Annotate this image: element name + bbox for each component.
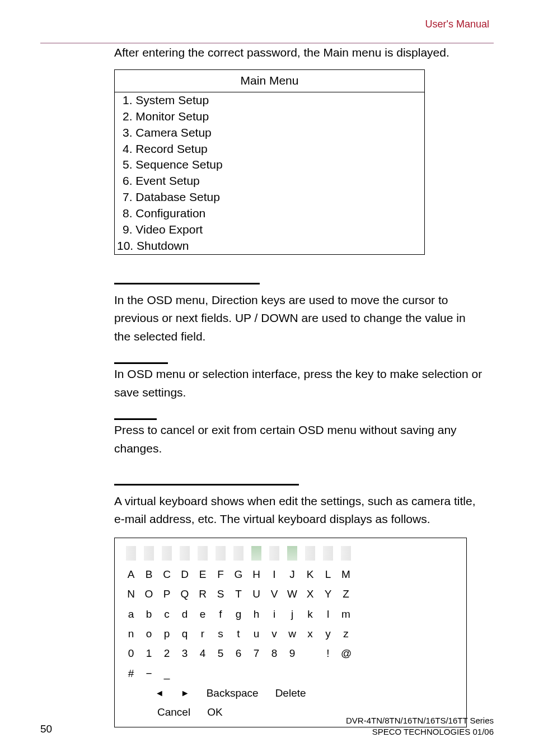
keyboard-key[interactable]: P <box>162 586 172 602</box>
backspace-key[interactable]: Backspace <box>207 685 259 701</box>
keyboard-key[interactable]: z <box>341 626 351 642</box>
keyboard-key[interactable]: R <box>198 586 208 602</box>
keyboard-key[interactable]: F <box>216 566 226 582</box>
keyboard-key[interactable]: T <box>233 586 243 602</box>
delete-key[interactable]: Delete <box>275 685 306 701</box>
keyboard-key[interactable]: 3 <box>180 645 190 661</box>
keyboard-key[interactable]: a <box>126 606 136 622</box>
keyboard-key[interactable]: s <box>216 626 226 642</box>
keyboard-key[interactable]: W <box>287 586 297 602</box>
keyboard-key[interactable]: w <box>287 626 297 642</box>
arrow-left-icon[interactable]: ◄ <box>155 687 164 701</box>
keyboard-key[interactable]: Q <box>180 586 190 602</box>
keyboard-key[interactable]: 6 <box>233 645 243 661</box>
keyboard-key[interactable]: 4 <box>198 645 208 661</box>
keyboard-key[interactable]: Y <box>323 586 333 602</box>
direction-keys-text: In the OSD menu, Direction keys are used… <box>114 291 483 346</box>
keyboard-key[interactable]: y <box>323 626 333 642</box>
keyboard-key[interactable]: − <box>144 665 154 682</box>
keyboard-key[interactable]: @ <box>341 645 351 661</box>
menu-item: 2. Monitor Setup <box>115 109 424 125</box>
keyboard-key[interactable]: K <box>305 566 315 582</box>
keyboard-key[interactable]: e <box>198 606 208 622</box>
menu-item: 9. Video Export <box>115 222 424 238</box>
keyboard-key[interactable]: l <box>323 606 333 622</box>
intro-text: After entering the correct password, the… <box>114 44 483 62</box>
keyboard-key[interactable]: C <box>162 566 172 582</box>
main-menu-box: Main Menu 1. System Setup 2. Monitor Set… <box>114 69 425 254</box>
header-manual-label: User's Manual <box>40 17 494 32</box>
menu-item: 3. Camera Setup <box>115 125 424 141</box>
keyboard-key[interactable]: # <box>126 665 136 682</box>
keyboard-key[interactable]: g <box>233 606 243 622</box>
page-number: 50 <box>40 721 52 737</box>
section-divider <box>114 283 260 284</box>
keyboard-key[interactable]: V <box>269 586 279 602</box>
menu-item: 10. Shutdown <box>115 238 424 254</box>
keyboard-key[interactable]: u <box>251 626 261 642</box>
section-divider <box>114 484 299 486</box>
virtual-keyboard-text: A virtual keyboard shows when edit the s… <box>114 492 483 529</box>
virtual-keyboard-box: ABCDEFGHIJKLMNOPQRSTUVWXYZabcdefghijklmn… <box>114 538 467 728</box>
keyboard-key[interactable]: i <box>269 606 279 622</box>
keyboard-key[interactable]: o <box>144 626 154 642</box>
menu-title: Main Menu <box>115 70 424 92</box>
keyboard-key[interactable]: b <box>144 606 154 622</box>
section-divider <box>114 418 157 420</box>
keyboard-key[interactable]: O <box>144 586 154 602</box>
keyboard-key[interactable]: N <box>126 586 136 602</box>
keyboard-key[interactable]: d <box>180 606 190 622</box>
company-line: SPECO TECHNOLOGIES 01/06 <box>346 726 494 738</box>
keyboard-header-stripe <box>126 546 455 561</box>
keyboard-key[interactable]: j <box>287 606 297 622</box>
keyboard-key[interactable]: A <box>126 566 136 582</box>
keyboard-key[interactable]: k <box>305 606 315 622</box>
menu-item: 4. Record Setup <box>115 141 424 157</box>
cancel-text: Press to cancel or exit from certain OSD… <box>114 421 483 458</box>
keyboard-key[interactable]: U <box>251 586 261 602</box>
keyboard-key[interactable]: H <box>251 566 261 582</box>
keyboard-key[interactable]: D <box>180 566 190 582</box>
keyboard-key[interactable]: 0 <box>126 645 136 661</box>
keyboard-key[interactable]: 5 <box>216 645 226 661</box>
keyboard-key[interactable]: n <box>126 626 136 642</box>
keyboard-key[interactable]: ! <box>323 645 333 661</box>
keyboard-key[interactable]: c <box>162 606 172 622</box>
keyboard-key[interactable]: 9 <box>287 645 297 661</box>
keyboard-key[interactable]: G <box>233 566 243 582</box>
keyboard-key[interactable]: L <box>323 566 333 582</box>
keyboard-key[interactable]: q <box>180 626 190 642</box>
keyboard-key[interactable]: 2 <box>162 645 172 661</box>
keyboard-key[interactable]: r <box>198 626 208 642</box>
menu-item: 7. Database Setup <box>115 189 424 206</box>
keyboard-key[interactable]: x <box>305 626 315 642</box>
keyboard-key[interactable]: t <box>233 626 243 642</box>
keyboard-key[interactable]: J <box>287 566 297 582</box>
keyboard-key[interactable]: m <box>341 606 351 622</box>
page-footer: 50 DVR-4TN/8TN/16TN/16TS/16TT Series SPE… <box>40 715 494 737</box>
section-divider <box>114 362 168 364</box>
menu-item: 1. System Setup <box>115 92 424 108</box>
keyboard-key[interactable]: 8 <box>269 645 279 661</box>
keyboard-key[interactable]: v <box>269 626 279 642</box>
keyboard-key[interactable]: _ <box>162 665 172 682</box>
keyboard-key[interactable]: 7 <box>251 645 261 661</box>
keyboard-key[interactable]: h <box>251 606 261 622</box>
keyboard-key[interactable]: f <box>216 606 226 622</box>
menu-item: 8. Configuration <box>115 206 424 222</box>
keyboard-key[interactable]: I <box>269 566 279 582</box>
menu-item: 6. Event Setup <box>115 173 424 189</box>
keyboard-key[interactable]: E <box>198 566 208 582</box>
keyboard-key[interactable]: 1 <box>144 645 154 661</box>
keyboard-key[interactable]: Z <box>341 586 351 602</box>
keyboard-key[interactable]: M <box>341 566 351 582</box>
keyboard-key[interactable]: S <box>216 586 226 602</box>
keyboard-key[interactable]: p <box>162 626 172 642</box>
keyboard-key[interactable]: B <box>144 566 154 582</box>
arrow-right-icon[interactable]: ► <box>181 687 190 701</box>
keyboard-key[interactable]: X <box>305 586 315 602</box>
product-line: DVR-4TN/8TN/16TN/16TS/16TT Series <box>346 715 494 726</box>
menu-item: 5. Sequence Setup <box>115 157 424 173</box>
osd-select-text: In OSD menu or selection interface, pres… <box>114 365 483 402</box>
